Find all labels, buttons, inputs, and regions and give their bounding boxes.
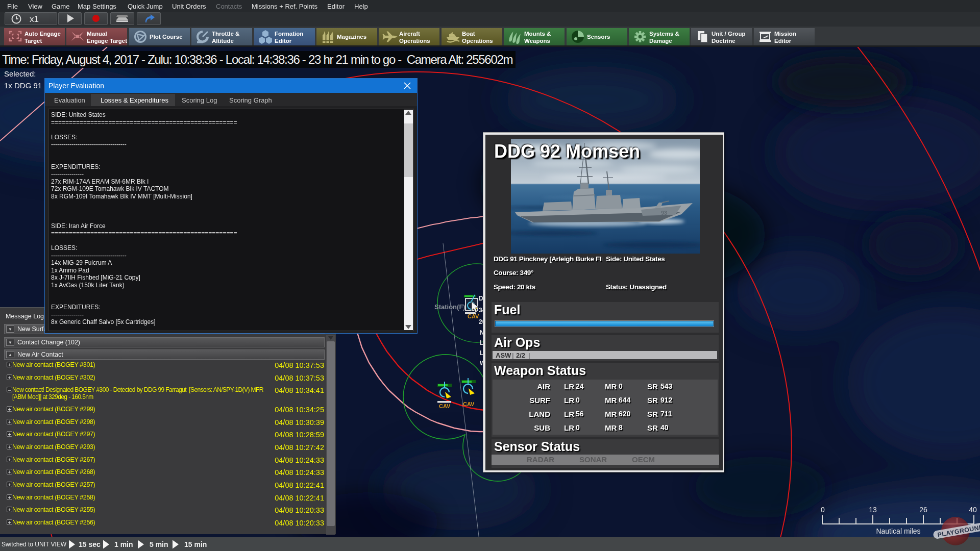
- svg-text:13: 13: [869, 506, 877, 514]
- svg-text:93: 93: [661, 210, 667, 216]
- svg-text:CAV: CAV: [439, 403, 451, 409]
- svg-text:0: 0: [821, 506, 825, 514]
- svg-text:CAV: CAV: [468, 313, 479, 319]
- svg-text:CAV: CAV: [463, 401, 475, 407]
- svg-text:Station(F): Station(F): [434, 303, 465, 311]
- svg-text:x1: x1: [30, 14, 39, 24]
